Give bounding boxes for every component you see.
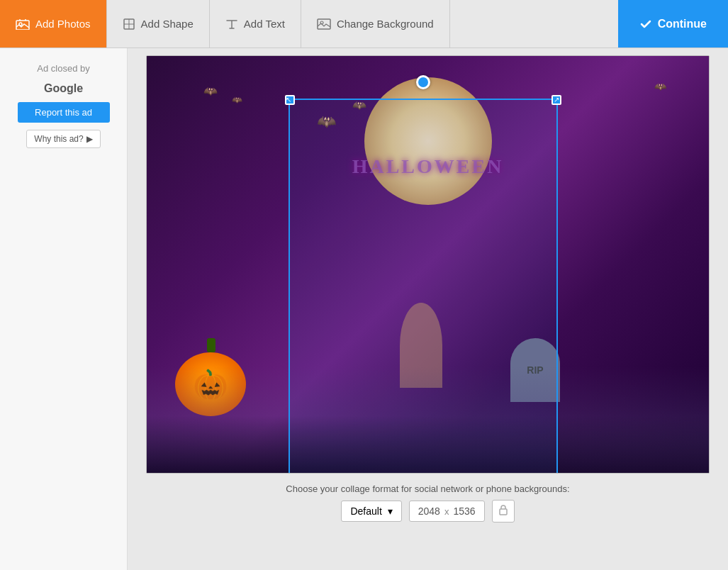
svg-rect-7: [500, 509, 507, 515]
why-this-ad-arrow-icon: ▶: [86, 134, 93, 144]
format-select-value: Default: [350, 505, 381, 517]
toolbar: Add Photos Add Shape Add Text Ch: [0, 0, 728, 48]
change-background-label: Change Background: [337, 18, 434, 30]
add-photos-label: Add Photos: [35, 18, 91, 30]
bat-decoration-5: 🦇: [352, 99, 366, 112]
halloween-text: HALLOWEEN: [352, 155, 504, 178]
format-bar: Choose your collage format for social ne…: [135, 481, 721, 522]
add-shape-icon: [123, 18, 135, 30]
bat-decoration-3: 🦇: [654, 81, 666, 92]
add-shape-button[interactable]: Add Shape: [107, 0, 210, 48]
canvas-area: 🦇 🦇 🦇 🦇 🦇 🎃 RIP HALLOWEEN: [128, 48, 728, 570]
image-container[interactable]: 🦇 🦇 🦇 🦇 🦇 🎃 RIP HALLOWEEN: [146, 55, 710, 474]
add-text-label: Add Text: [244, 18, 285, 30]
format-x-separator: x: [444, 506, 449, 517]
continue-checkmark-icon: [639, 18, 652, 30]
format-dimensions: 2048 x 1536: [409, 501, 485, 522]
add-text-icon: [225, 18, 238, 30]
format-select[interactable]: Default ▾: [341, 501, 401, 522]
add-shape-label: Add Shape: [141, 18, 194, 30]
report-ad-button[interactable]: Report this ad: [18, 102, 110, 123]
ad-closed-text: Ad closed by: [37, 62, 89, 75]
ad-closed-google: Google: [44, 82, 83, 95]
format-width: 2048: [418, 505, 440, 517]
change-background-button[interactable]: Change Background: [301, 0, 450, 48]
format-height: 1536: [453, 505, 475, 517]
change-background-icon: [317, 18, 331, 30]
lock-button[interactable]: [492, 500, 515, 522]
continue-label: Continue: [658, 18, 707, 30]
why-this-ad-button[interactable]: Why this ad? ▶: [26, 130, 100, 148]
why-this-ad-label: Why this ad?: [34, 134, 83, 144]
main-area: Ad closed by Google Report this ad Why t…: [0, 48, 728, 570]
moon-decoration: [364, 77, 492, 205]
background-image: 🦇 🦇 🦇 🦇 🦇 🎃 RIP HALLOWEEN: [147, 56, 709, 473]
bat-decoration-2: 🦇: [232, 95, 242, 105]
add-photos-button[interactable]: Add Photos: [0, 0, 107, 48]
continue-button[interactable]: Continue: [618, 0, 728, 48]
format-controls: Default ▾ 2048 x 1536: [341, 500, 514, 522]
bat-decoration-1: 🦇: [203, 84, 218, 98]
sidebar: Ad closed by Google Report this ad Why t…: [0, 48, 128, 570]
add-text-button[interactable]: Add Text: [210, 0, 301, 48]
add-photos-icon: [16, 18, 30, 30]
format-select-arrow-icon: ▾: [388, 505, 393, 517]
format-label: Choose your collage format for social ne…: [286, 484, 569, 494]
svg-rect-5: [318, 19, 330, 29]
ground-decoration: [147, 416, 709, 473]
bat-decoration-4: 🦇: [317, 113, 336, 131]
